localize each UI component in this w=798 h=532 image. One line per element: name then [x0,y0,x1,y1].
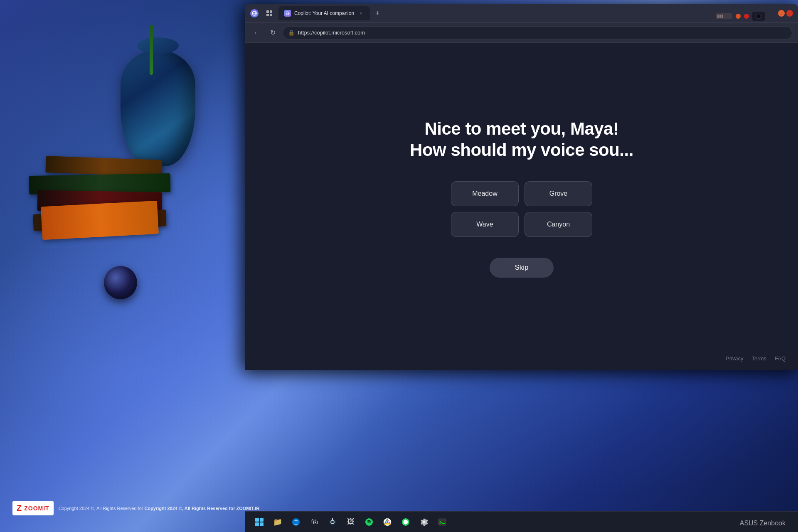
microsoft-store-icon[interactable]: 🛍 [307,515,322,530]
svg-rect-4 [270,14,272,16]
window-controls [778,10,793,17]
settings-icon[interactable] [416,515,431,530]
laptop-brand-label: ASUS Zenbook [740,520,786,532]
camera-indicator-bar [716,13,732,19]
indicator-dot-orange [736,14,741,19]
voice-canyon-button[interactable]: Canyon [525,212,592,237]
active-tab[interactable]: Copilot: Your AI companion × [278,6,370,20]
camera-indicators [716,12,765,21]
plant-stem [150,25,153,75]
extensions-icon[interactable] [264,7,275,19]
svg-point-13 [387,521,389,523]
chrome-icon[interactable] [380,515,395,530]
close-button[interactable] [786,10,793,17]
webcam-lens [756,14,761,19]
steam-icon[interactable] [325,515,340,530]
zoomit-logo: Z ZOOMIT [12,501,54,515]
browser-content: Nice to meet you, Maya! How should my vo… [245,43,798,370]
tab-title: Copilot: Your AI companion [294,10,354,16]
footer-links: Privacy Terms FAQ [726,355,786,362]
webcam [752,12,765,21]
new-tab-button[interactable]: + [372,7,383,19]
browser-titlebar: Copilot: Your AI companion × + [245,4,798,23]
orange-decoration [41,201,159,240]
greeting-section: Nice to meet you, Maya! How should my vo… [410,118,633,160]
voice-grove-button[interactable]: Grove [525,181,592,206]
browser-app-icon [250,9,259,17]
spotify-icon[interactable] [362,515,377,530]
back-button[interactable]: ← [251,27,263,39]
copyright-text: Copyright 2024 ©, All Rights Reserved fo… [59,506,259,511]
address-bar[interactable]: 🔒 https://copilot.microsoft.com [283,26,792,39]
indicator-dot-red [744,14,749,19]
svg-rect-3 [266,14,269,16]
file-explorer-icon[interactable]: 📁 [270,515,285,530]
terms-link[interactable]: Terms [752,355,766,362]
marble-ball [104,266,137,299]
lock-icon: 🔒 [288,30,295,36]
greeting-line-1: Nice to meet you, Maya! [410,118,633,139]
browser-navbar: ← ↻ 🔒 https://copilot.microsoft.com [245,23,798,43]
voice-wave-button[interactable]: Wave [451,212,519,237]
svg-rect-1 [266,10,269,13]
privacy-link[interactable]: Privacy [726,355,744,362]
photos-icon[interactable]: 🖼 [343,515,358,530]
watermark: Z ZOOMIT Copyright 2024 ©, All Rights Re… [12,501,259,515]
svg-rect-15 [438,519,446,525]
desk-scene [0,0,249,374]
greeting-line-2: How should my voice sou... [410,140,633,160]
browser-window: Copilot: Your AI companion × + ← ↻ 🔒 htt… [245,4,798,370]
url-text: https://copilot.microsoft.com [298,30,365,36]
windows-start-icon[interactable] [252,515,267,530]
browser-tabs-area: Copilot: Your AI companion × + [278,6,775,20]
minimize-button[interactable] [778,10,785,17]
tab-favicon [284,10,291,17]
refresh-button[interactable]: ↻ [267,27,278,39]
voice-meadow-button[interactable]: Meadow [451,181,519,206]
svg-rect-2 [270,10,272,13]
edge-browser-icon[interactable] [288,515,303,530]
tab-close-button[interactable]: × [357,10,364,17]
terminal-icon[interactable] [435,515,450,530]
vase-decoration [121,50,195,166]
whatsapp-icon[interactable] [398,515,413,530]
taskbar: 📁 🛍 🖼 [245,511,798,532]
voice-selection-grid: Meadow Grove Wave Canyon [451,181,592,237]
skip-button[interactable]: Skip [490,258,553,278]
copilot-main-content: Nice to meet you, Maya! How should my vo… [410,118,633,278]
faq-link[interactable]: FAQ [775,355,786,362]
